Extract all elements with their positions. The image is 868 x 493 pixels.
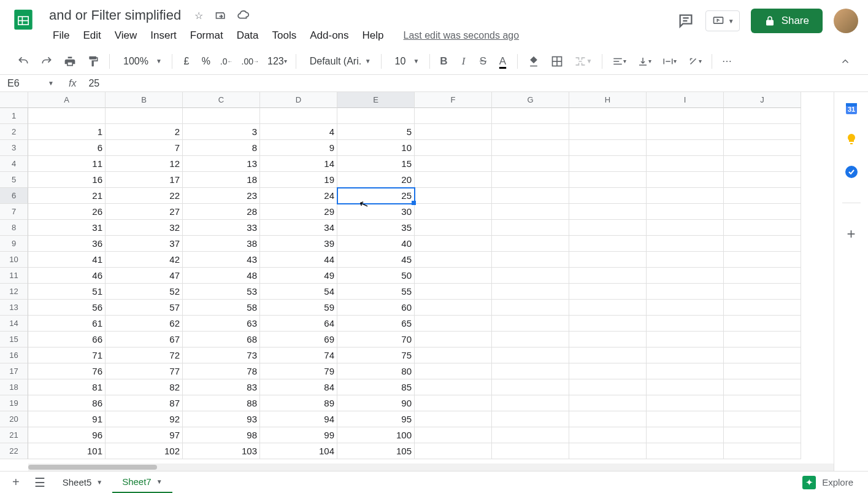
cell-I13[interactable] (647, 300, 724, 316)
menu-insert[interactable]: Insert (144, 27, 183, 44)
cell-J1[interactable] (724, 108, 801, 124)
cell-G18[interactable] (492, 379, 569, 395)
cell-F17[interactable] (415, 363, 492, 379)
cell-A15[interactable]: 66 (28, 332, 106, 347)
last-edit-link[interactable]: Last edit was seconds ago (404, 30, 520, 41)
menu-tools[interactable]: Tools (266, 27, 303, 44)
cell-I6[interactable] (647, 188, 724, 204)
cell-I4[interactable] (647, 156, 724, 172)
column-header-I[interactable]: I (647, 92, 724, 108)
text-color-button[interactable]: A (494, 52, 512, 71)
cell-E16[interactable]: 75 (337, 347, 415, 363)
sheet-tab-sheet5[interactable]: Sheet5▼ (53, 472, 112, 492)
cell-D14[interactable]: 64 (260, 316, 337, 332)
comments-icon[interactable] (677, 12, 694, 29)
row-header-22[interactable]: 22 (0, 443, 28, 459)
cell-B18[interactable]: 82 (106, 379, 183, 395)
cell-D7[interactable]: 29 (260, 204, 337, 220)
cell-F13[interactable] (415, 300, 492, 316)
row-header-8[interactable]: 8 (0, 220, 28, 236)
cell-J17[interactable] (724, 363, 801, 379)
cell-I10[interactable] (647, 252, 724, 268)
cell-G9[interactable] (492, 236, 569, 252)
explore-button[interactable]: ✦ Explore (793, 472, 863, 493)
cell-J5[interactable] (724, 172, 801, 188)
cell-A1[interactable] (28, 108, 106, 124)
cell-A20[interactable]: 91 (28, 411, 106, 427)
cell-H8[interactable] (569, 220, 647, 236)
h-align-button[interactable]: ▾ (607, 52, 631, 71)
row-header-9[interactable]: 9 (0, 236, 28, 252)
bold-button[interactable]: B (435, 52, 453, 71)
cell-D15[interactable]: 69 (260, 332, 337, 347)
row-header-21[interactable]: 21 (0, 427, 28, 443)
cell-F6[interactable] (415, 188, 492, 204)
cell-A19[interactable]: 86 (28, 395, 106, 411)
cell-C2[interactable]: 3 (183, 124, 260, 140)
cell-B10[interactable]: 42 (106, 252, 183, 268)
v-align-button[interactable]: ▾ (632, 52, 656, 71)
cell-C10[interactable]: 43 (183, 252, 260, 268)
cell-I20[interactable] (647, 411, 724, 427)
cell-D21[interactable]: 99 (260, 427, 337, 443)
cell-A16[interactable]: 71 (28, 347, 106, 363)
percent-button[interactable]: % (197, 52, 215, 71)
cell-J15[interactable] (724, 332, 801, 347)
column-header-J[interactable]: J (724, 92, 801, 108)
cell-E5[interactable]: 20 (337, 172, 415, 188)
cell-F4[interactable] (415, 156, 492, 172)
cell-I2[interactable] (647, 124, 724, 140)
cell-I22[interactable] (647, 443, 724, 459)
cell-B17[interactable]: 77 (106, 363, 183, 379)
user-avatar[interactable] (834, 9, 858, 33)
cell-D16[interactable]: 74 (260, 347, 337, 363)
cell-H12[interactable] (569, 284, 647, 300)
cell-A14[interactable]: 61 (28, 316, 106, 332)
cell-H9[interactable] (569, 236, 647, 252)
row-header-10[interactable]: 10 (0, 252, 28, 268)
cell-H3[interactable] (569, 140, 647, 156)
cell-C1[interactable] (183, 108, 260, 124)
format-123-button[interactable]: 123▾ (264, 52, 291, 71)
row-header-6[interactable]: 6 (0, 188, 28, 204)
cell-A11[interactable]: 46 (28, 268, 106, 284)
cell-E19[interactable]: 90 (337, 395, 415, 411)
cell-I12[interactable] (647, 284, 724, 300)
row-header-15[interactable]: 15 (0, 332, 28, 347)
row-header-16[interactable]: 16 (0, 347, 28, 363)
cell-E6[interactable]: 25 (337, 188, 415, 204)
cell-B3[interactable]: 7 (106, 140, 183, 156)
row-header-11[interactable]: 11 (0, 268, 28, 284)
cell-C11[interactable]: 48 (183, 268, 260, 284)
cell-J20[interactable] (724, 411, 801, 427)
cell-I14[interactable] (647, 316, 724, 332)
cell-J21[interactable] (724, 427, 801, 443)
cell-E9[interactable]: 40 (337, 236, 415, 252)
cell-H2[interactable] (569, 124, 647, 140)
cell-J13[interactable] (724, 300, 801, 316)
cell-J4[interactable] (724, 156, 801, 172)
cell-C6[interactable]: 23 (183, 188, 260, 204)
cell-E13[interactable]: 60 (337, 300, 415, 316)
cell-E17[interactable]: 80 (337, 363, 415, 379)
cell-J14[interactable] (724, 316, 801, 332)
cell-I15[interactable] (647, 332, 724, 347)
redo-button[interactable] (36, 52, 58, 71)
column-header-C[interactable]: C (183, 92, 260, 108)
cell-D22[interactable]: 104 (260, 443, 337, 459)
row-header-3[interactable]: 3 (0, 140, 28, 156)
column-header-F[interactable]: F (415, 92, 492, 108)
cell-E8[interactable]: 35 (337, 220, 415, 236)
cell-H11[interactable] (569, 268, 647, 284)
cell-D8[interactable]: 34 (260, 220, 337, 236)
cell-D11[interactable]: 49 (260, 268, 337, 284)
cell-B13[interactable]: 57 (106, 300, 183, 316)
cell-J9[interactable] (724, 236, 801, 252)
fill-color-button[interactable] (523, 52, 545, 71)
cell-C3[interactable]: 8 (183, 140, 260, 156)
cell-E10[interactable]: 45 (337, 252, 415, 268)
row-header-2[interactable]: 2 (0, 124, 28, 140)
cell-H7[interactable] (569, 204, 647, 220)
cell-F5[interactable] (415, 172, 492, 188)
cell-A18[interactable]: 81 (28, 379, 106, 395)
